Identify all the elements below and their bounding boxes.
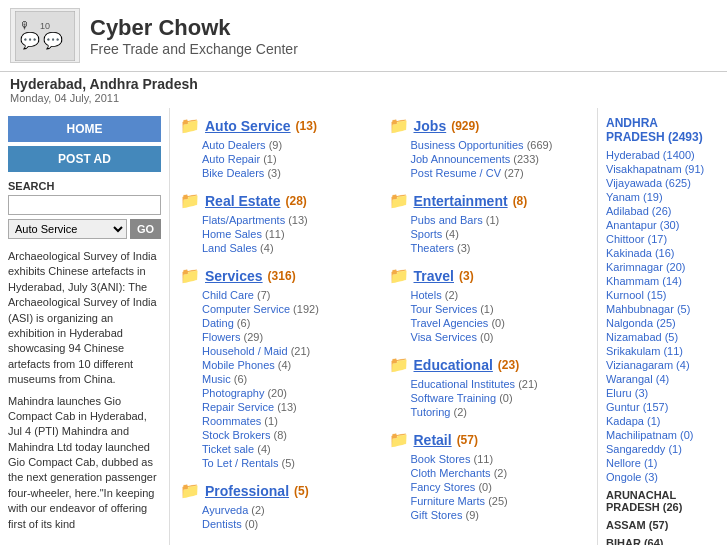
folder-icon: 📁 xyxy=(389,116,409,135)
category-link[interactable]: Post Resume / CV xyxy=(411,167,501,179)
current-date: Monday, 04 July, 2011 xyxy=(10,92,717,104)
search-category-select[interactable]: Auto Service Real Estate Services Jobs E… xyxy=(8,219,127,239)
category-link[interactable]: Mobile Phones xyxy=(202,359,275,371)
city-link[interactable]: Mahbubnagar (5) xyxy=(606,303,719,315)
item-count: (20) xyxy=(267,387,287,399)
category-link[interactable]: Stock Brokers xyxy=(202,429,270,441)
category-link[interactable]: Auto Dealers xyxy=(202,139,266,151)
category-link[interactable]: Fancy Stores xyxy=(411,481,476,493)
city-link[interactable]: Yanam (19) xyxy=(606,191,719,203)
city-link[interactable]: Vijayawada (625) xyxy=(606,177,719,189)
category-link[interactable]: Ayurveda xyxy=(202,504,248,516)
category-link[interactable]: Auto Repair xyxy=(202,153,260,165)
category-link[interactable]: Visa Services xyxy=(411,331,477,343)
item-count: (4) xyxy=(278,359,291,371)
city-link[interactable]: Nellore (1) xyxy=(606,457,719,469)
other-states-list: ARUNACHAL PRADESH (26)ASSAM (57)BIHAR (6… xyxy=(606,489,719,545)
city-link[interactable]: Khammam (14) xyxy=(606,275,719,287)
category-link[interactable]: Land Sales xyxy=(202,242,257,254)
city-link[interactable]: Karimnagar (20) xyxy=(606,261,719,273)
category-link[interactable]: Furniture Marts xyxy=(411,495,486,507)
category-link[interactable]: Sports xyxy=(411,228,443,240)
category-link[interactable]: Photography xyxy=(202,387,264,399)
item-count: (6) xyxy=(237,317,250,329)
city-link[interactable]: Guntur (157) xyxy=(606,401,719,413)
item-count: (0) xyxy=(499,392,512,404)
category-items: Hotels (2)Tour Services (1)Travel Agenci… xyxy=(389,289,588,343)
category-link[interactable]: Roommates xyxy=(202,415,261,427)
city-link[interactable]: Visakhapatnam (91) xyxy=(606,163,719,175)
category-link[interactable]: Flats/Apartments xyxy=(202,214,285,226)
category-name[interactable]: Professional xyxy=(205,483,289,499)
city-link[interactable]: Eluru (3) xyxy=(606,387,719,399)
city-link[interactable]: Kakinada (16) xyxy=(606,247,719,259)
category-name[interactable]: Educational xyxy=(414,357,493,373)
city-link[interactable]: Machilipatnam (0) xyxy=(606,429,719,441)
search-input[interactable] xyxy=(8,195,161,215)
category-name[interactable]: Entertainment xyxy=(414,193,508,209)
category-link[interactable]: Book Stores xyxy=(411,453,471,465)
category-link[interactable]: Educational Institutes xyxy=(411,378,516,390)
city-link[interactable]: Warangal (4) xyxy=(606,373,719,385)
state-title: ARUNACHAL PRADESH (26) xyxy=(606,489,719,513)
category-link[interactable]: To Let / Rentals xyxy=(202,457,278,469)
folder-icon: 📁 xyxy=(389,266,409,285)
category-name[interactable]: Real Estate xyxy=(205,193,280,209)
city-link[interactable]: Chittoor (17) xyxy=(606,233,719,245)
city-link[interactable]: Kurnool (15) xyxy=(606,289,719,301)
search-go-button[interactable]: GO xyxy=(130,219,161,239)
category-count: (23) xyxy=(498,358,519,372)
city-link[interactable]: Adilabad (26) xyxy=(606,205,719,217)
category-link[interactable]: Theaters xyxy=(411,242,454,254)
category-link[interactable]: Cloth Merchants xyxy=(411,467,491,479)
city-link[interactable]: Vizianagaram (4) xyxy=(606,359,719,371)
category-name[interactable]: Auto Service xyxy=(205,118,291,134)
home-button[interactable]: HOME xyxy=(8,116,161,142)
category-link[interactable]: Dating xyxy=(202,317,234,329)
city-link[interactable]: Nizamabad (5) xyxy=(606,331,719,343)
category-link[interactable]: Child Care xyxy=(202,289,254,301)
category-block: 📁Real Estate (28)Flats/Apartments (13)Ho… xyxy=(180,191,379,254)
category-link[interactable]: Bike Dealers xyxy=(202,167,264,179)
category-link[interactable]: Flowers xyxy=(202,331,241,343)
city-link[interactable]: Hyderabad (1400) xyxy=(606,149,719,161)
category-link[interactable]: Travel Agencies xyxy=(411,317,489,329)
folder-icon: 📁 xyxy=(180,191,200,210)
list-item: Dentists (0) xyxy=(202,518,379,530)
item-count: (669) xyxy=(527,139,553,151)
list-item: Bike Dealers (3) xyxy=(202,167,379,179)
category-name[interactable]: Retail xyxy=(414,432,452,448)
category-link[interactable]: Pubs and Bars xyxy=(411,214,483,226)
item-count: (13) xyxy=(277,401,297,413)
category-link[interactable]: Home Sales xyxy=(202,228,262,240)
category-link[interactable]: Music xyxy=(202,373,231,385)
category-link[interactable]: Tutoring xyxy=(411,406,451,418)
category-link[interactable]: Gift Stores xyxy=(411,509,463,521)
category-link[interactable]: Repair Service xyxy=(202,401,274,413)
category-link[interactable]: Job Announcements xyxy=(411,153,511,165)
category-link[interactable]: Computer Service xyxy=(202,303,290,315)
main-state-title: ANDHRA PRADESH (2493) xyxy=(606,116,719,144)
category-link[interactable]: Ticket sale xyxy=(202,443,254,455)
list-item: Music (6) xyxy=(202,373,379,385)
city-link[interactable]: Anantapur (30) xyxy=(606,219,719,231)
city-link[interactable]: Sangareddy (1) xyxy=(606,443,719,455)
category-name[interactable]: Services xyxy=(205,268,263,284)
category-link[interactable]: Household / Maid xyxy=(202,345,288,357)
category-link[interactable]: Dentists xyxy=(202,518,242,530)
city-link[interactable]: Srikakulam (11) xyxy=(606,345,719,357)
city-link[interactable]: Kadapa (1) xyxy=(606,415,719,427)
category-link[interactable]: Tour Services xyxy=(411,303,478,315)
category-name[interactable]: Travel xyxy=(414,268,454,284)
category-link[interactable]: Hotels xyxy=(411,289,442,301)
item-count: (0) xyxy=(245,518,258,530)
list-item: Tour Services (1) xyxy=(411,303,588,315)
city-link[interactable]: Nalgonda (25) xyxy=(606,317,719,329)
list-item: Book Stores (11) xyxy=(411,453,588,465)
category-link[interactable]: Business Opportunities xyxy=(411,139,524,151)
city-link[interactable]: Ongole (3) xyxy=(606,471,719,483)
category-link[interactable]: Software Training xyxy=(411,392,497,404)
item-count: (13) xyxy=(288,214,308,226)
post-ad-button[interactable]: POST AD xyxy=(8,146,161,172)
category-name[interactable]: Jobs xyxy=(414,118,447,134)
